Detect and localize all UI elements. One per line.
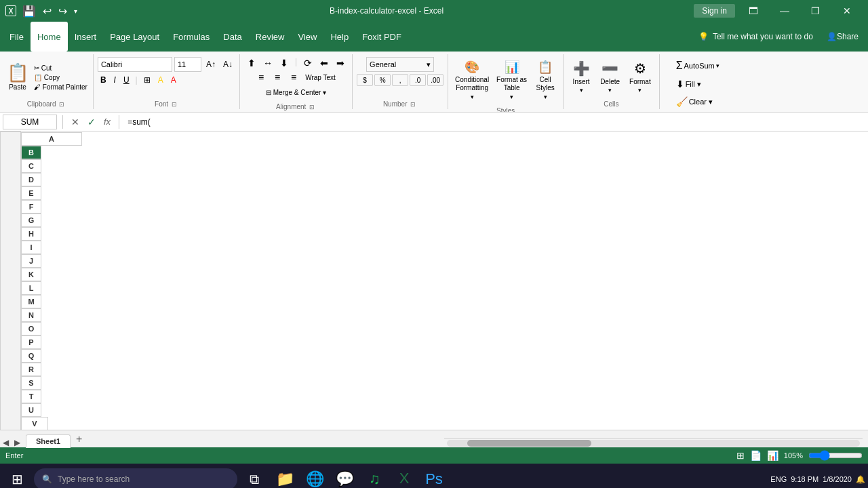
copy-button[interactable]: 📋 Copy (33, 73, 89, 82)
conditional-formatting-button[interactable]: 🎨 ConditionalFormatting ▾ (452, 57, 492, 103)
start-button[interactable]: ⊞ (3, 465, 31, 488)
align-middle-button[interactable]: ↔ (260, 57, 275, 69)
col-header-s[interactable]: S (21, 376, 41, 390)
currency-button[interactable]: $ (357, 74, 373, 86)
font-color-button[interactable]: A (168, 74, 179, 86)
sheet-tab-sheet1[interactable]: Sheet1 (26, 434, 71, 448)
col-header-o[interactable]: O (21, 322, 41, 336)
col-header-r[interactable]: R (21, 363, 41, 376)
taskbar-file-explorer[interactable]: 📁 (271, 466, 298, 488)
alignment-expand[interactable]: ⊡ (308, 102, 316, 112)
col-header-d[interactable]: D (21, 173, 41, 186)
enter-formula-button[interactable]: ✓ (85, 115, 98, 129)
col-header-l[interactable]: L (21, 281, 41, 295)
col-header-i[interactable]: I (21, 241, 41, 254)
indent-decrease-button[interactable]: ⬅ (317, 57, 332, 69)
insert-function-button[interactable]: fx (101, 115, 113, 128)
decrease-decimal-button[interactable]: .0 (410, 74, 426, 86)
sheet-scroll-left[interactable]: ◀ (3, 438, 14, 447)
menu-data[interactable]: Data (216, 22, 248, 52)
col-header-h[interactable]: H (21, 227, 41, 241)
col-header-u[interactable]: U (21, 403, 41, 417)
number-format-dropdown[interactable]: General ▾ (366, 57, 434, 72)
grid-scroll[interactable]: A B C D E F G H I J K L M N O (0, 131, 868, 430)
close-button[interactable]: ✕ (831, 0, 863, 22)
col-header-m[interactable]: M (21, 295, 41, 308)
increase-decimal-button[interactable]: .00 (427, 74, 443, 86)
menu-foxit[interactable]: Foxit PDF (355, 22, 408, 52)
italic-button[interactable]: I (111, 74, 119, 86)
format-button[interactable]: ⚙ Format ▾ (625, 58, 655, 96)
zoom-slider[interactable] (808, 450, 863, 461)
tell-me-box[interactable]: 💡 Tell me what you want to do (692, 22, 820, 52)
page-break-view-button[interactable]: 📊 (767, 450, 778, 461)
font-size-input[interactable] (174, 57, 201, 72)
share-button[interactable]: 👤 Share (820, 22, 865, 52)
number-expand[interactable]: ⊡ (409, 100, 417, 109)
bottom-scrollbar[interactable] (444, 438, 863, 447)
align-right-button[interactable]: ≡ (286, 71, 301, 83)
name-box[interactable] (3, 115, 57, 129)
save-button[interactable]: 💾 (20, 3, 38, 19)
col-header-n[interactable]: N (21, 308, 41, 322)
qa-dropdown[interactable]: ▾ (72, 6, 79, 16)
align-center-button[interactable]: ≡ (270, 71, 285, 83)
col-header-g[interactable]: G (21, 214, 41, 227)
autosum-button[interactable]: Σ AutoSum ▾ (672, 57, 724, 75)
minimize-button[interactable]: — (769, 0, 800, 22)
delete-button[interactable]: ➖ Delete ▾ (596, 58, 624, 96)
taskbar-photoshop[interactable]: Ps (420, 466, 448, 488)
sign-in-button[interactable]: Sign in (694, 4, 735, 18)
col-header-b[interactable]: B (21, 146, 41, 159)
bold-button[interactable]: B (98, 74, 109, 86)
merge-center-button[interactable]: ⊟ Merge & Center ▾ (263, 86, 329, 99)
undo-button[interactable]: ↩ (41, 3, 54, 19)
ribbon-display-button[interactable]: 🗖 (738, 0, 769, 22)
cut-button[interactable]: ✂ Cut (33, 64, 89, 73)
align-left-button[interactable]: ≡ (254, 71, 269, 83)
cancel-formula-button[interactable]: ✕ (68, 115, 82, 129)
redo-button[interactable]: ↪ (56, 3, 69, 19)
decrease-font-button[interactable]: A↓ (220, 58, 235, 70)
menu-insert[interactable]: Insert (68, 22, 104, 52)
taskbar-spotify[interactable]: ♫ (361, 466, 388, 488)
menu-view[interactable]: View (291, 22, 323, 52)
col-header-a[interactable]: A (21, 132, 82, 146)
text-direction-button[interactable]: ⟳ (300, 57, 315, 69)
menu-help[interactable]: Help (323, 22, 355, 52)
col-header-e[interactable]: E (21, 186, 41, 200)
font-name-input[interactable] (98, 57, 172, 72)
col-header-t[interactable]: T (21, 390, 41, 403)
indent-increase-button[interactable]: ➡ (333, 57, 348, 69)
font-expand[interactable]: ⊡ (170, 100, 178, 109)
col-header-q[interactable]: Q (21, 349, 41, 363)
clipboard-expand[interactable]: ⊡ (58, 100, 66, 109)
restore-button[interactable]: ❐ (800, 0, 831, 22)
menu-file[interactable]: File (3, 22, 31, 52)
col-header-f[interactable]: F (21, 200, 41, 214)
border-button[interactable]: ⊞ (141, 74, 153, 86)
col-header-k[interactable]: K (21, 268, 41, 281)
page-layout-view-button[interactable]: 📄 (750, 450, 762, 461)
align-bottom-button[interactable]: ⬇ (277, 57, 292, 69)
paste-button[interactable]: 📋 Paste (4, 60, 31, 94)
col-header-j[interactable]: J (21, 254, 41, 268)
menu-formulas[interactable]: Formulas (166, 22, 216, 52)
format-as-table-button[interactable]: 📊 Format asTable ▾ (493, 57, 530, 103)
taskbar-chrome[interactable]: 🌐 (301, 466, 328, 488)
normal-view-button[interactable]: ⊞ (736, 450, 745, 461)
align-top-button[interactable]: ⬆ (244, 57, 259, 69)
fill-color-button[interactable]: A (155, 74, 166, 86)
col-header-c[interactable]: C (21, 159, 41, 173)
menu-home[interactable]: Home (31, 22, 68, 52)
task-view-button[interactable]: ⧉ (240, 465, 269, 488)
col-header-v[interactable]: V (21, 417, 48, 430)
cell-styles-button[interactable]: 📋 CellStyles ▾ (532, 57, 559, 103)
taskbar-excel[interactable]: X (391, 466, 418, 488)
formula-input[interactable] (125, 116, 865, 128)
sheet-scroll-right[interactable]: ▶ (14, 438, 26, 447)
clear-button[interactable]: 🧹 Clear ▾ (672, 94, 717, 110)
notification-icon[interactable]: 🔔 (856, 475, 865, 484)
taskbar-search[interactable]: 🔍 Type here to search (34, 468, 237, 488)
insert-button[interactable]: ➕ Insert ▾ (568, 58, 595, 96)
